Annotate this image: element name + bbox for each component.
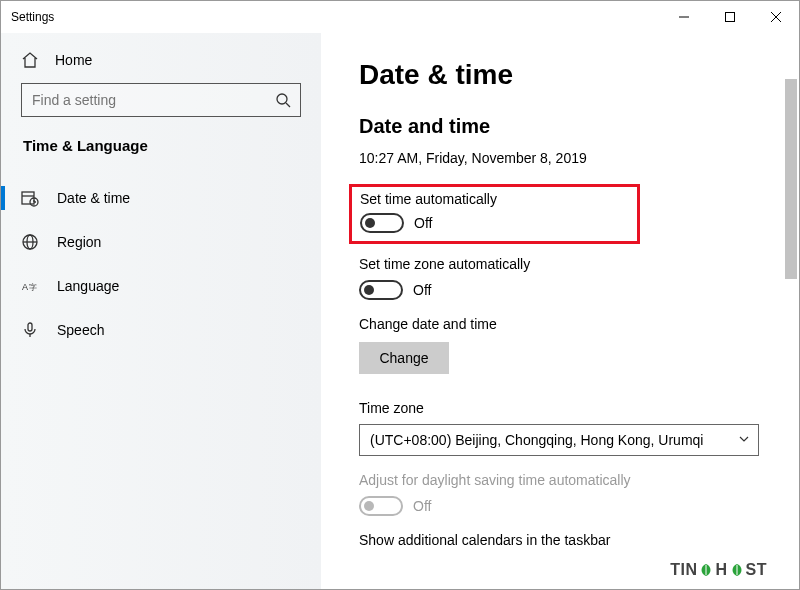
search-icon xyxy=(274,91,292,109)
sidebar-item-date-time[interactable]: Date & time xyxy=(1,176,301,220)
watermark-brand: TIN H ST xyxy=(670,561,767,579)
change-datetime-label: Change date and time xyxy=(359,316,779,332)
timezone-block: Time zone (UTC+08:00) Beijing, Chongqing… xyxy=(359,400,779,456)
minimize-button[interactable] xyxy=(661,1,707,33)
brand-part1: TIN xyxy=(670,561,697,579)
close-icon xyxy=(771,12,781,22)
sidebar-item-speech[interactable]: Speech xyxy=(1,308,301,352)
brand-part2: H xyxy=(715,561,727,579)
timezone-label: Time zone xyxy=(359,400,779,416)
brand-part3: ST xyxy=(746,561,767,579)
main-area: Home Time & Language Date & time Region … xyxy=(1,33,799,589)
sidebar-item-label: Region xyxy=(57,234,101,250)
sidebar-item-language[interactable]: A字 Language xyxy=(1,264,301,308)
dst-auto-block: Adjust for daylight saving time automati… xyxy=(359,472,779,516)
dst-auto-state: Off xyxy=(413,498,431,514)
scrollbar-thumb[interactable] xyxy=(785,79,797,279)
maximize-icon xyxy=(725,12,735,22)
svg-rect-1 xyxy=(726,13,735,22)
set-time-auto-toggle[interactable] xyxy=(360,213,404,233)
window-title: Settings xyxy=(11,10,54,24)
svg-text:字: 字 xyxy=(29,283,37,292)
scrollbar[interactable] xyxy=(783,33,799,589)
change-datetime-block: Change date and time Change xyxy=(359,316,779,384)
sidebar: Home Time & Language Date & time Region … xyxy=(1,33,321,589)
home-icon xyxy=(21,51,39,69)
svg-point-4 xyxy=(277,94,287,104)
set-time-auto-label: Set time automatically xyxy=(360,191,497,207)
sidebar-home[interactable]: Home xyxy=(21,47,301,83)
dst-auto-toggle-row: Off xyxy=(359,496,779,516)
leaf-icon xyxy=(729,562,745,578)
minimize-icon xyxy=(679,12,689,22)
dst-auto-label: Adjust for daylight saving time automati… xyxy=(359,472,779,488)
leaf-icon xyxy=(698,562,714,578)
dst-auto-toggle xyxy=(359,496,403,516)
timezone-dropdown[interactable]: (UTC+08:00) Beijing, Chongqing, Hong Kon… xyxy=(359,424,759,456)
set-tz-auto-toggle-row: Off xyxy=(359,280,779,300)
globe-icon xyxy=(21,233,39,251)
page-title: Date & time xyxy=(359,59,779,91)
window-controls xyxy=(661,1,799,33)
search-box[interactable] xyxy=(21,83,301,117)
set-time-auto-toggle-row: Off xyxy=(360,213,497,233)
highlight-annotation: Set time automatically Off xyxy=(349,184,640,244)
chevron-down-icon xyxy=(738,432,750,448)
set-tz-auto-block: Set time zone automatically Off xyxy=(359,256,779,300)
svg-line-5 xyxy=(286,103,290,107)
language-icon: A字 xyxy=(21,277,39,295)
svg-text:A: A xyxy=(22,282,28,292)
sidebar-item-label: Date & time xyxy=(57,190,130,206)
current-datetime: 10:27 AM, Friday, November 8, 2019 xyxy=(359,150,779,166)
content: Date & time Date and time 10:27 AM, Frid… xyxy=(321,33,799,589)
change-button[interactable]: Change xyxy=(359,342,449,374)
titlebar: Settings xyxy=(1,1,799,33)
subheading: Date and time xyxy=(359,115,779,138)
sidebar-item-label: Speech xyxy=(57,322,104,338)
set-time-auto-state: Off xyxy=(414,215,432,231)
set-tz-auto-state: Off xyxy=(413,282,431,298)
sidebar-section-label: Time & Language xyxy=(21,137,301,154)
home-label: Home xyxy=(55,52,92,68)
sidebar-item-region[interactable]: Region xyxy=(1,220,301,264)
close-button[interactable] xyxy=(753,1,799,33)
additional-calendars-label: Show additional calendars in the taskbar xyxy=(359,532,779,548)
maximize-button[interactable] xyxy=(707,1,753,33)
timezone-value: (UTC+08:00) Beijing, Chongqing, Hong Kon… xyxy=(370,432,703,448)
set-tz-auto-label: Set time zone automatically xyxy=(359,256,779,272)
search-input[interactable] xyxy=(32,92,274,108)
sidebar-item-label: Language xyxy=(57,278,119,294)
calendar-clock-icon xyxy=(21,189,39,207)
microphone-icon xyxy=(21,321,39,339)
svg-rect-16 xyxy=(28,323,32,331)
set-tz-auto-toggle[interactable] xyxy=(359,280,403,300)
